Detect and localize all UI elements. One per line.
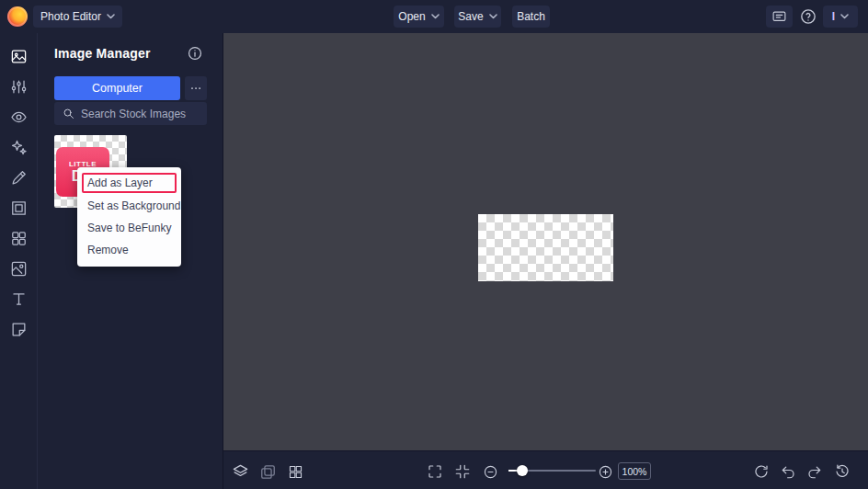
fit-screen-icon xyxy=(454,463,471,480)
reset-icon xyxy=(753,463,770,480)
frames-icon xyxy=(10,199,28,217)
open-button[interactable]: Open xyxy=(394,6,444,28)
grid-view-button[interactable] xyxy=(283,460,307,483)
zoom-in-button[interactable] xyxy=(593,460,617,483)
fullscreen-icon xyxy=(427,463,443,480)
history-button[interactable] xyxy=(830,460,854,483)
menu-item-set-as-background[interactable]: Set as Background xyxy=(77,195,181,217)
account-menu-button[interactable]: I xyxy=(823,6,858,28)
sidebar-item-image-manager[interactable] xyxy=(0,41,37,71)
info-button[interactable] xyxy=(185,43,205,63)
zoom-level-badge[interactable]: 100% xyxy=(618,462,651,480)
artsy-icon xyxy=(10,169,28,187)
sidebar-item-artsy[interactable] xyxy=(0,163,37,192)
zoom-out-icon xyxy=(483,464,498,480)
redo-button[interactable] xyxy=(803,460,827,483)
effects-icon xyxy=(10,139,28,156)
edit-icon xyxy=(10,78,28,96)
sidebar-item-overlays[interactable] xyxy=(0,223,37,253)
sidebar-item-touch-up[interactable] xyxy=(0,102,37,131)
grid-icon xyxy=(288,464,303,480)
computer-label: Computer xyxy=(92,82,143,95)
comments-icon xyxy=(771,9,787,25)
sidebar-item-edit[interactable] xyxy=(0,72,37,101)
textures-icon xyxy=(10,260,28,278)
canvas-transparent-image[interactable] xyxy=(478,214,613,281)
zoom-slider[interactable] xyxy=(508,470,596,472)
zoom-slider-handle[interactable] xyxy=(517,465,528,476)
chevron-down-icon xyxy=(107,14,115,19)
chevron-down-icon xyxy=(431,14,440,19)
sidebar-item-frames[interactable] xyxy=(0,193,37,222)
open-label: Open xyxy=(398,10,425,23)
batch-button[interactable]: Batch xyxy=(512,6,550,28)
graphics-icon xyxy=(10,321,28,338)
overlays-icon xyxy=(10,230,28,247)
sidebar-item-textures[interactable] xyxy=(0,254,37,283)
stock-search-box[interactable] xyxy=(54,102,207,125)
sidebar-item-effects[interactable] xyxy=(0,132,37,162)
menu-item-save-to-befunky[interactable]: Save to BeFunky xyxy=(77,217,181,239)
undo-icon xyxy=(780,463,796,480)
thumbnail-context-menu: Add as Layer Set as Background Save to B… xyxy=(77,167,181,267)
save-button[interactable]: Save xyxy=(454,6,501,28)
fullscreen-button[interactable] xyxy=(423,460,447,483)
chevron-down-icon xyxy=(840,14,849,19)
computer-upload-button[interactable]: Computer xyxy=(54,76,180,100)
menu-item-remove[interactable]: Remove xyxy=(77,239,181,261)
panel-title: Image Manager xyxy=(54,46,151,61)
layers-icon xyxy=(232,463,249,481)
more-options-button[interactable] xyxy=(185,76,207,100)
app-menu-label: Photo Editor xyxy=(40,10,101,23)
redo-icon xyxy=(806,463,823,480)
compare-button[interactable] xyxy=(256,460,280,483)
ellipsis-icon xyxy=(189,82,202,95)
befunky-logo[interactable] xyxy=(7,6,28,27)
image-manager-icon xyxy=(10,48,28,65)
top-bar: Photo Editor Open Save Batch I xyxy=(0,0,868,33)
fit-screen-button[interactable] xyxy=(451,460,474,483)
sidebar-item-text[interactable] xyxy=(0,284,37,313)
help-button[interactable] xyxy=(796,6,820,28)
chevron-down-icon xyxy=(489,14,497,19)
comments-button[interactable] xyxy=(766,6,793,28)
search-icon xyxy=(62,107,75,120)
sidebar-item-graphics[interactable] xyxy=(0,314,37,344)
canvas-area xyxy=(223,33,868,450)
reset-button[interactable] xyxy=(749,460,773,483)
avatar: I xyxy=(832,10,835,23)
touch-up-icon xyxy=(10,108,28,126)
help-icon xyxy=(799,7,817,26)
batch-label: Batch xyxy=(517,10,545,23)
app-menu-button[interactable]: Photo Editor xyxy=(33,6,122,28)
undo-button[interactable] xyxy=(776,460,800,483)
history-icon xyxy=(834,463,851,480)
zoom-in-icon xyxy=(598,464,613,480)
tools-rail xyxy=(0,33,38,489)
bottom-bar: 100% xyxy=(223,450,868,489)
image-manager-panel: Image Manager Computer LITTLE DU Add as … xyxy=(38,33,223,489)
info-icon xyxy=(187,45,203,62)
save-label: Save xyxy=(458,10,483,23)
zoom-out-button[interactable] xyxy=(478,460,502,483)
menu-item-add-as-layer[interactable]: Add as Layer xyxy=(82,173,177,193)
compare-icon xyxy=(259,463,277,481)
text-icon xyxy=(10,290,28,308)
layers-button[interactable] xyxy=(228,460,252,483)
search-input[interactable] xyxy=(81,108,200,120)
